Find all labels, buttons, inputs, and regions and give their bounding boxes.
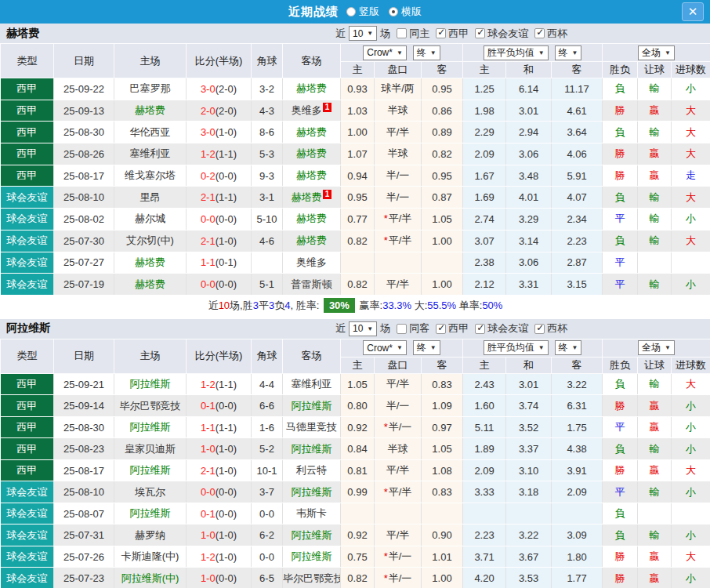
bookmaker-select[interactable]: Crow*▼ <box>363 340 407 355</box>
fulltime-score: 0-2 <box>201 170 216 182</box>
avg-away-odds-cell: 3.15 <box>552 274 603 296</box>
handicap-line-cell: 半/一 <box>375 395 422 417</box>
column-header: 主 <box>341 62 375 78</box>
summary-segment: 3 <box>253 299 259 311</box>
handicap-line-text: 平/半 <box>386 529 410 541</box>
result-cell: 負 <box>603 230 638 252</box>
final-avg-select[interactable]: 终▼ <box>555 45 582 60</box>
near-count-select[interactable]: 10▼ <box>349 321 377 336</box>
games-label: 场 <box>380 321 390 336</box>
column-header: 主场 <box>114 339 187 373</box>
result-cell: 勝 <box>603 395 638 417</box>
away-team-cell: 阿拉维斯 <box>283 481 341 503</box>
away-team-cell: 韦斯卡 <box>283 503 341 524</box>
corner-cell: 5-10 <box>252 209 283 230</box>
handicap-line-cell: 平/半 <box>375 524 422 546</box>
avg-home-odds-cell: 2.43 <box>463 373 506 395</box>
league-cell: 西甲 <box>1 373 54 395</box>
bookmaker-select[interactable]: Crow*▼ <box>363 45 407 60</box>
away-team-name: 阿拉维斯 <box>292 443 332 455</box>
avg-home-odds-cell: 1.67 <box>463 165 506 187</box>
section-alaves: 阿拉维斯近10▼场同客西甲球会友谊西杯类型日期主场比分(半场)角球客场Crow*… <box>0 319 710 588</box>
chevron-down-icon: ▼ <box>430 344 437 351</box>
handicap-line-text: 平/半 <box>386 126 410 138</box>
avg-type-select[interactable]: 胜平负均值▼ <box>484 340 549 355</box>
final-avg-select[interactable]: 终▼ <box>555 340 582 355</box>
summary-segment: 场,胜 <box>230 299 253 311</box>
halftime-score: (1-0) <box>216 126 237 138</box>
corner-cell: 4-6 <box>252 230 283 252</box>
result-cell: 勝 <box>603 100 638 122</box>
avg-away-odds-cell: 2.23 <box>552 230 603 252</box>
handicap-line-text: 平/半 <box>386 278 410 290</box>
avg-away-odds-cell: 3.91 <box>552 459 603 481</box>
date-cell: 25-09-14 <box>54 395 114 417</box>
near-count-select-label: 10 <box>353 28 363 39</box>
handicap-line-text: 半/一 <box>386 400 410 412</box>
league-checkbox[interactable] <box>436 324 446 334</box>
match-scope-select[interactable]: 全场▼ <box>638 340 675 355</box>
match-row: 球会友谊25-08-07阿拉维斯0-1(0-0)0-0韦斯卡負 <box>1 503 710 524</box>
goals-result-cell: 大 <box>672 143 710 165</box>
date-cell: 25-08-17 <box>54 459 114 481</box>
chevron-down-icon: ▼ <box>665 344 671 351</box>
close-button[interactable]: ✕ <box>682 2 704 21</box>
header-select-group: 胜平负均值▼终▼ <box>463 339 603 357</box>
handicap-line-text: 球半/两 <box>381 82 415 94</box>
final-odds-select[interactable]: 终▼ <box>413 45 440 60</box>
avg-draw-odds-cell: 3.29 <box>506 209 552 230</box>
match-row: 西甲25-08-30华伦西亚3-0(1-0)8-6赫塔费1.00平/半0.892… <box>1 122 710 143</box>
result-cell: 勝 <box>603 546 638 568</box>
league-checkbox[interactable] <box>475 324 485 334</box>
league-checkbox[interactable] <box>534 324 545 334</box>
goals-result-cell: 走 <box>672 165 710 187</box>
goals-result-cell: 小 <box>672 481 710 503</box>
summary-segment: , 胜率: <box>290 299 321 311</box>
corner-cell: 0-0 <box>252 503 283 524</box>
radio-vertical[interactable]: 竖版 <box>346 5 379 19</box>
league-checkbox[interactable] <box>534 28 545 38</box>
avg-home-odds-cell <box>463 503 506 524</box>
avg-type-select[interactable]: 胜平负均值▼ <box>484 45 549 60</box>
handicap-away-odds-cell: 0.83 <box>422 481 463 503</box>
fulltime-score: 1-0 <box>201 443 216 455</box>
home-team-cell: 埃瓦尔 <box>114 481 187 503</box>
same-venue-checkbox[interactable] <box>397 324 407 334</box>
league-checkbox[interactable] <box>436 28 446 38</box>
match-row: 球会友谊25-07-19赫塔费0-0(0-0)5-1普雷斯顿0.82平/半1.0… <box>1 274 710 296</box>
chevron-down-icon: ▼ <box>367 325 373 332</box>
handicap-line-cell <box>375 503 422 524</box>
radio-vertical-icon[interactable] <box>346 7 356 16</box>
near-count-select-label: 10 <box>353 323 363 334</box>
handicap-home-odds-cell: 1.05 <box>341 373 375 395</box>
same-venue-label: 同客 <box>409 321 429 336</box>
home-team-name: 赫塔费 <box>135 104 165 116</box>
column-header: 进球数 <box>672 357 710 373</box>
final-odds-select[interactable]: 终▼ <box>413 340 440 355</box>
column-header: 客 <box>552 357 603 373</box>
handicap-line-cell: *半/一 <box>375 416 422 438</box>
handicap-home-odds-cell: 0.80 <box>341 395 375 417</box>
match-scope-select[interactable]: 全场▼ <box>638 45 675 60</box>
date-cell: 25-07-30 <box>54 230 114 252</box>
handicap-away-odds-cell: 1.05 <box>422 209 463 230</box>
away-team-name: 塞维利亚 <box>292 378 332 390</box>
match-row: 西甲25-08-23皇家贝迪斯1-0(1-0)5-2阿拉维斯0.84半球1.05… <box>1 438 710 460</box>
radio-horizontal-icon[interactable] <box>389 7 398 16</box>
near-count-select[interactable]: 10▼ <box>349 26 377 41</box>
section-header-strip: 阿拉维斯近10▼场同客西甲球会友谊西杯 <box>0 319 710 339</box>
league-checkbox[interactable] <box>475 28 485 38</box>
column-header: 角球 <box>252 44 283 78</box>
avg-away-odds-cell: 4.06 <box>552 143 603 165</box>
date-cell: 25-07-23 <box>54 568 114 588</box>
radio-horizontal[interactable]: 横版 <box>389 5 422 19</box>
match-row: 球会友谊25-07-27赫塔费1-1(0-1)奥维多2.383.062.87平 <box>1 252 710 274</box>
column-header: 和 <box>506 62 552 78</box>
avg-home-odds-cell: 1.69 <box>463 187 506 209</box>
home-team-cell: 赫塔费 <box>114 100 187 122</box>
match-filter: 近10▼场同客西甲球会友谊西杯 <box>335 321 567 336</box>
fulltime-score: 0-0 <box>201 213 216 225</box>
same-venue-checkbox[interactable] <box>397 28 407 38</box>
home-team-cell: 赫罗纳 <box>114 524 187 546</box>
handicap-home-odds-cell: 0.92 <box>341 416 375 438</box>
